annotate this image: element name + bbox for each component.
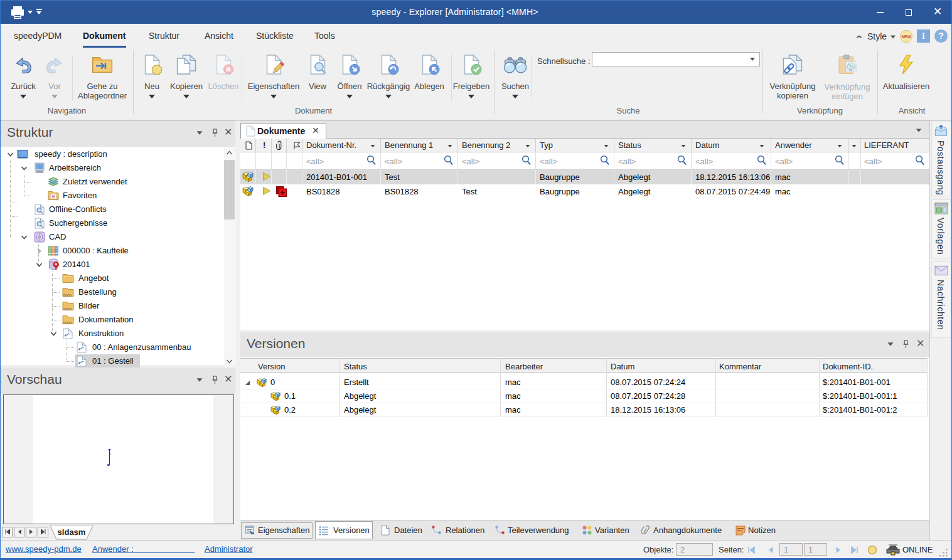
svg-text:sldasm: sldasm (58, 527, 86, 537)
svg-text:NEW: NEW (901, 34, 911, 39)
